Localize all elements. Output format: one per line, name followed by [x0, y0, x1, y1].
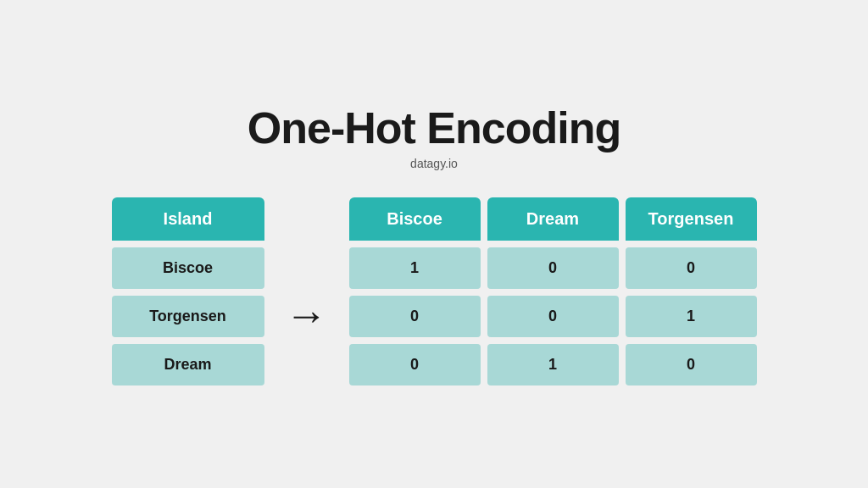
right-header-biscoe: Biscoe: [349, 197, 481, 241]
left-table-header: Island: [112, 197, 264, 241]
right-header-torgensen: Torgensen: [626, 197, 757, 241]
cell-0-1: 0: [487, 247, 619, 289]
content-area: Island Biscoe Torgensen Dream → Biscoe D…: [51, 197, 817, 385]
left-cell-dream: Dream: [112, 344, 264, 385]
cell-1-0: 0: [349, 296, 481, 337]
cell-2-1: 1: [487, 344, 619, 385]
right-row-0: 1 0 0: [349, 247, 757, 289]
right-row-2: 0 1 0: [349, 344, 757, 385]
arrow-area: →: [264, 247, 349, 336]
right-row-1: 0 0 1: [349, 296, 757, 337]
cell-2-0: 0: [349, 344, 481, 385]
right-headers: Biscoe Dream Torgensen: [349, 197, 757, 241]
cell-0-0: 1: [349, 247, 481, 289]
subtitle: datagy.io: [410, 157, 458, 170]
left-cell-torgensen: Torgensen: [112, 296, 264, 337]
right-table: Biscoe Dream Torgensen 1 0 0 0 0 1 0 1 0: [349, 197, 757, 385]
page-title: One-Hot Encoding: [248, 103, 620, 153]
cell-1-2: 1: [626, 296, 757, 337]
right-header-dream: Dream: [487, 197, 619, 241]
cell-2-2: 0: [626, 344, 757, 385]
arrow-icon: →: [286, 294, 328, 336]
left-table: Island Biscoe Torgensen Dream: [112, 197, 264, 385]
slide: One-Hot Encoding datagy.io Island Biscoe…: [0, 0, 868, 488]
cell-0-2: 0: [626, 247, 757, 289]
cell-1-1: 0: [487, 296, 619, 337]
left-cell-biscoe: Biscoe: [112, 247, 264, 289]
